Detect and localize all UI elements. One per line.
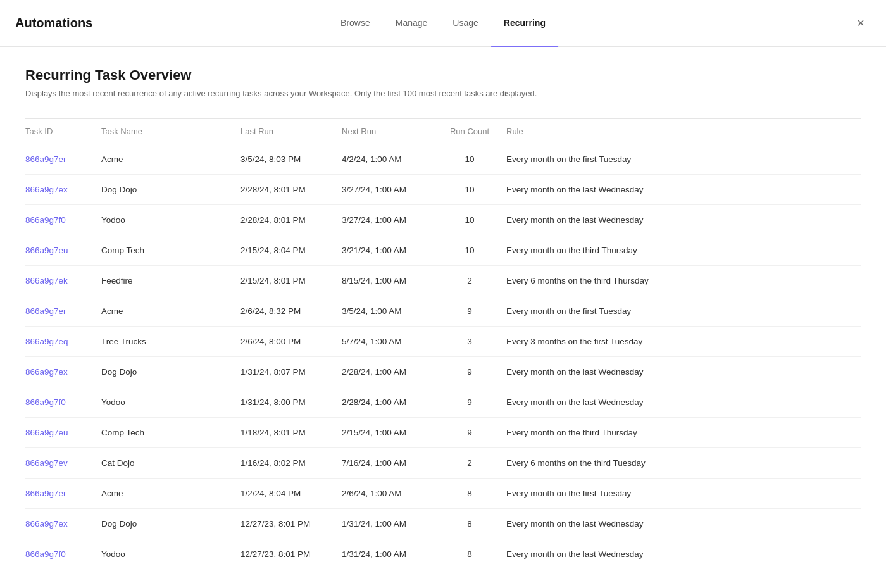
- last-run-cell: 2/6/24, 8:00 PM: [240, 327, 342, 357]
- close-button[interactable]: ×: [851, 13, 871, 34]
- table-row: 866a9g7exDog Dojo2/28/24, 8:01 PM3/27/24…: [25, 175, 861, 205]
- rule-cell: Every month on the last Wednesday: [506, 387, 861, 418]
- next-run-cell: 4/2/24, 1:00 AM: [342, 144, 443, 175]
- run-count-cell: 10: [443, 175, 506, 205]
- table-row: 866a9g7eqTree Trucks2/6/24, 8:00 PM5/7/2…: [25, 327, 861, 357]
- task-id-link[interactable]: 866a9g7er: [25, 154, 66, 164]
- run-count-cell: 8: [443, 509, 506, 539]
- run-count-cell: 9: [443, 296, 506, 327]
- run-count-cell: 9: [443, 387, 506, 418]
- rule-cell: Every month on the third Thursday: [506, 418, 861, 448]
- nav-tab-recurring[interactable]: Recurring: [491, 0, 558, 47]
- task-id-link[interactable]: 866a9g7f0: [25, 215, 66, 225]
- last-run-cell: 2/15/24, 8:04 PM: [240, 235, 342, 266]
- last-run-cell: 1/31/24, 8:00 PM: [240, 387, 342, 418]
- app-title: Automations: [15, 16, 92, 30]
- task-id-link[interactable]: 866a9g7f0: [25, 397, 66, 407]
- rule-cell: Every month on the last Wednesday: [506, 175, 861, 205]
- task-id-cell: 866a9g7ex: [25, 357, 101, 387]
- run-count-cell: 8: [443, 539, 506, 570]
- next-run-cell: 2/6/24, 1:00 AM: [342, 479, 443, 509]
- table-row: 866a9g7erAcme3/5/24, 8:03 PM4/2/24, 1:00…: [25, 144, 861, 175]
- app-header: Automations BrowseManageUsageRecurring ×: [0, 0, 886, 47]
- last-run-cell: 1/18/24, 8:01 PM: [240, 418, 342, 448]
- run-count-cell: 10: [443, 235, 506, 266]
- task-table-container: Task IDTask NameLast RunNext RunRun Coun…: [25, 118, 861, 569]
- task-id-link[interactable]: 866a9g7f0: [25, 549, 66, 559]
- next-run-cell: 3/5/24, 1:00 AM: [342, 296, 443, 327]
- rule-cell: Every 6 months on the third Tuesday: [506, 448, 861, 479]
- task-id-cell: 866a9g7ex: [25, 509, 101, 539]
- page-title: Recurring Task Overview: [25, 67, 861, 84]
- task-id-link[interactable]: 866a9g7eq: [25, 337, 68, 346]
- task-name-cell: Comp Tech: [101, 235, 240, 266]
- task-name-cell: Acme: [101, 479, 240, 509]
- task-id-link[interactable]: 866a9g7er: [25, 489, 66, 498]
- rule-cell: Every month on the third Thursday: [506, 235, 861, 266]
- task-id-link[interactable]: 866a9g7ev: [25, 458, 68, 468]
- task-id-cell: 866a9g7f0: [25, 205, 101, 235]
- task-id-link[interactable]: 866a9g7ex: [25, 367, 68, 377]
- nav-tab-usage[interactable]: Usage: [440, 0, 490, 47]
- table-row: 866a9g7f0Yodoo12/27/23, 8:01 PM1/31/24, …: [25, 539, 861, 570]
- task-id-cell: 866a9g7eu: [25, 235, 101, 266]
- run-count-cell: 10: [443, 205, 506, 235]
- next-run-cell: 7/16/24, 1:00 AM: [342, 448, 443, 479]
- run-count-cell: 8: [443, 479, 506, 509]
- task-name-cell: Yodoo: [101, 205, 240, 235]
- task-id-link[interactable]: 866a9g7ex: [25, 519, 68, 529]
- table-header: Task IDTask NameLast RunNext RunRun Coun…: [25, 119, 861, 144]
- nav-tab-manage[interactable]: Manage: [383, 0, 440, 47]
- last-run-cell: 3/5/24, 8:03 PM: [240, 144, 342, 175]
- run-count-cell: 9: [443, 357, 506, 387]
- task-name-cell: Comp Tech: [101, 418, 240, 448]
- run-count-cell: 2: [443, 266, 506, 296]
- last-run-cell: 2/28/24, 8:01 PM: [240, 175, 342, 205]
- rule-cell: Every month on the last Wednesday: [506, 357, 861, 387]
- task-name-cell: Tree Trucks: [101, 327, 240, 357]
- task-name-cell: Dog Dojo: [101, 175, 240, 205]
- next-run-cell: 2/15/24, 1:00 AM: [342, 418, 443, 448]
- next-run-cell: 1/31/24, 1:00 AM: [342, 509, 443, 539]
- main-content: Recurring Task Overview Displays the mos…: [0, 47, 886, 588]
- task-id-link[interactable]: 866a9g7eu: [25, 428, 68, 437]
- run-count-cell: 3: [443, 327, 506, 357]
- rule-cell: Every month on the first Tuesday: [506, 296, 861, 327]
- task-id-link[interactable]: 866a9g7eu: [25, 246, 68, 255]
- task-id-link[interactable]: 866a9g7ek: [25, 276, 68, 285]
- next-run-cell: 2/28/24, 1:00 AM: [342, 357, 443, 387]
- table-row: 866a9g7ekFeedfire2/15/24, 8:01 PM8/15/24…: [25, 266, 861, 296]
- col-header-run-count: Run Count: [443, 119, 506, 144]
- rule-cell: Every 6 months on the third Thursday: [506, 266, 861, 296]
- task-name-cell: Cat Dojo: [101, 448, 240, 479]
- next-run-cell: 3/27/24, 1:00 AM: [342, 205, 443, 235]
- table-row: 866a9g7evCat Dojo1/16/24, 8:02 PM7/16/24…: [25, 448, 861, 479]
- last-run-cell: 1/16/24, 8:02 PM: [240, 448, 342, 479]
- last-run-cell: 2/28/24, 8:01 PM: [240, 205, 342, 235]
- last-run-cell: 1/2/24, 8:04 PM: [240, 479, 342, 509]
- col-header-last-run: Last Run: [240, 119, 342, 144]
- rule-cell: Every 3 months on the first Tuesday: [506, 327, 861, 357]
- table-row: 866a9g7erAcme2/6/24, 8:32 PM3/5/24, 1:00…: [25, 296, 861, 327]
- run-count-cell: 10: [443, 144, 506, 175]
- task-id-link[interactable]: 866a9g7ex: [25, 185, 68, 194]
- col-header-task-id: Task ID: [25, 119, 101, 144]
- col-header-next-run: Next Run: [342, 119, 443, 144]
- task-id-cell: 866a9g7er: [25, 479, 101, 509]
- next-run-cell: 5/7/24, 1:00 AM: [342, 327, 443, 357]
- rule-cell: Every month on the last Wednesday: [506, 205, 861, 235]
- task-name-cell: Acme: [101, 144, 240, 175]
- nav-tab-browse[interactable]: Browse: [328, 0, 383, 47]
- table-row: 866a9g7euComp Tech1/18/24, 8:01 PM2/15/2…: [25, 418, 861, 448]
- task-id-cell: 866a9g7ex: [25, 175, 101, 205]
- next-run-cell: 3/27/24, 1:00 AM: [342, 175, 443, 205]
- task-name-cell: Dog Dojo: [101, 509, 240, 539]
- next-run-cell: 1/31/24, 1:00 AM: [342, 539, 443, 570]
- table-row: 866a9g7exDog Dojo12/27/23, 8:01 PM1/31/2…: [25, 509, 861, 539]
- task-id-link[interactable]: 866a9g7er: [25, 306, 66, 316]
- task-id-cell: 866a9g7er: [25, 296, 101, 327]
- last-run-cell: 2/6/24, 8:32 PM: [240, 296, 342, 327]
- table-row: 866a9g7erAcme1/2/24, 8:04 PM2/6/24, 1:00…: [25, 479, 861, 509]
- recurring-tasks-table: Task IDTask NameLast RunNext RunRun Coun…: [25, 118, 861, 569]
- last-run-cell: 12/27/23, 8:01 PM: [240, 509, 342, 539]
